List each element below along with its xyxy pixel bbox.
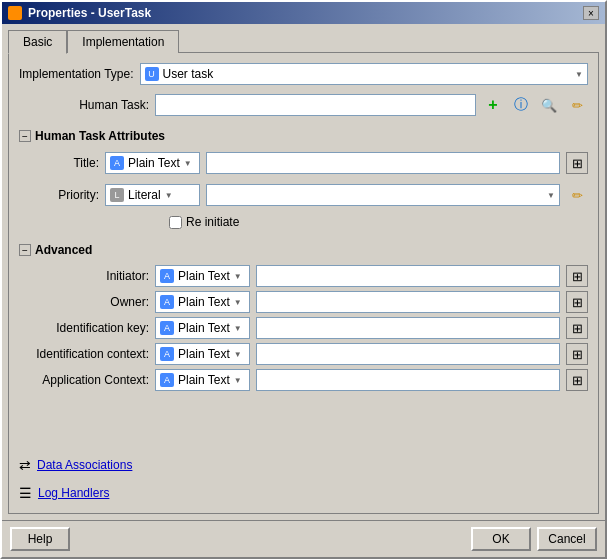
id-ctx-edit-btn[interactable]: ⊞	[566, 343, 588, 365]
title-type-select[interactable]: A Plain Text ▼	[105, 152, 200, 174]
id-ctx-type-select[interactable]: A Plain Text ▼	[155, 343, 250, 365]
identification-context-label: Identification context:	[19, 347, 149, 361]
id-ctx-grid-icon: ⊞	[572, 347, 583, 362]
initiator-type-icon: A	[160, 269, 174, 283]
id-key-type-icon: A	[160, 321, 174, 335]
owner-label: Owner:	[19, 295, 149, 309]
owner-grid-icon: ⊞	[572, 295, 583, 310]
impl-type-select[interactable]: U User task ▼	[140, 63, 588, 85]
title-type-icon: A	[110, 156, 124, 170]
initiator-type-value: Plain Text	[178, 269, 230, 283]
title-grid-icon: ⊞	[572, 156, 583, 171]
initiator-type-select[interactable]: A Plain Text ▼	[155, 265, 250, 287]
help-button[interactable]: Help	[10, 527, 70, 551]
app-ctx-type-icon: A	[160, 373, 174, 387]
owner-type-icon: A	[160, 295, 174, 309]
app-ctx-type-select[interactable]: A Plain Text ▼	[155, 369, 250, 391]
human-task-edit-btn[interactable]: ✏	[566, 94, 588, 116]
identification-context-row: Identification context: A Plain Text ▼ ⊞	[19, 343, 588, 365]
bottom-bar: Help OK Cancel	[2, 520, 605, 557]
id-key-edit-btn[interactable]: ⊞	[566, 317, 588, 339]
priority-label: Priority:	[29, 188, 99, 202]
human-task-info-btn[interactable]: ⓘ	[510, 94, 532, 116]
close-button[interactable]: ×	[583, 6, 599, 20]
id-ctx-type-icon: A	[160, 347, 174, 361]
impl-type-label: Implementation Type:	[19, 67, 134, 81]
identification-context-input[interactable]	[256, 343, 560, 365]
owner-type-value: Plain Text	[178, 295, 230, 309]
impl-type-row: Implementation Type: U User task ▼	[19, 63, 588, 85]
priority-value-arrow: ▼	[547, 191, 555, 200]
log-handlers-link[interactable]: Log Handlers	[38, 486, 109, 500]
app-ctx-grid-icon: ⊞	[572, 373, 583, 388]
log-handlers-link-icon: ☰	[19, 485, 32, 501]
identification-key-row: Identification key: A Plain Text ▼ ⊞	[19, 317, 588, 339]
collapse-human-task-btn[interactable]: −	[19, 130, 31, 142]
advanced-fields: Initiator: A Plain Text ▼ ⊞ Owner: A	[19, 265, 588, 391]
id-ctx-type-value: Plain Text	[178, 347, 230, 361]
application-context-label: Application Context:	[19, 373, 149, 387]
title-edit-btn[interactable]: ⊞	[566, 152, 588, 174]
tab-basic[interactable]: Basic	[8, 30, 67, 54]
reinitiate-checkbox[interactable]	[169, 216, 182, 229]
reinitiate-label: Re initiate	[186, 215, 239, 229]
tab-implementation[interactable]: Implementation	[67, 30, 179, 53]
title-label: Title:	[29, 156, 99, 170]
initiator-edit-btn[interactable]: ⊞	[566, 265, 588, 287]
id-key-type-value: Plain Text	[178, 321, 230, 335]
identification-key-input[interactable]	[256, 317, 560, 339]
human-task-search-btn[interactable]: 🔍	[538, 94, 560, 116]
content-area: Basic Implementation Implementation Type…	[2, 24, 605, 520]
application-context-input[interactable]	[256, 369, 560, 391]
title-dropdown-arrow: ▼	[184, 159, 192, 168]
priority-type-icon: L	[110, 188, 124, 202]
cancel-button[interactable]: Cancel	[537, 527, 597, 551]
owner-row: Owner: A Plain Text ▼ ⊞	[19, 291, 588, 313]
impl-type-value: User task	[163, 67, 214, 81]
data-associations-link-icon: ⇄	[19, 457, 31, 473]
advanced-title: Advanced	[35, 243, 92, 257]
human-task-row: Human Task: + ⓘ 🔍 ✏	[19, 93, 588, 117]
id-key-grid-icon: ⊞	[572, 321, 583, 336]
id-key-type-select[interactable]: A Plain Text ▼	[155, 317, 250, 339]
pencil-icon: ✏	[572, 98, 583, 113]
human-task-attrs-title: Human Task Attributes	[35, 129, 165, 143]
owner-edit-btn[interactable]: ⊞	[566, 291, 588, 313]
title-bar-content: Properties - UserTask	[8, 6, 151, 20]
owner-type-select[interactable]: A Plain Text ▼	[155, 291, 250, 313]
info-icon: ⓘ	[514, 96, 528, 114]
initiator-input[interactable]	[256, 265, 560, 287]
window-title: Properties - UserTask	[28, 6, 151, 20]
identification-key-label: Identification key:	[19, 321, 149, 335]
tab-bar: Basic Implementation	[8, 30, 599, 53]
title-row: Title: A Plain Text ▼ ⊞	[19, 151, 588, 175]
tab-content-basic: Implementation Type: U User task ▼ Human…	[8, 52, 599, 514]
collapse-advanced-btn[interactable]: −	[19, 244, 31, 256]
priority-pencil-icon: ✏	[572, 188, 583, 203]
initiator-label: Initiator:	[19, 269, 149, 283]
ok-button[interactable]: OK	[471, 527, 531, 551]
log-handlers-row: ☰ Log Handlers	[19, 483, 588, 503]
data-associations-link[interactable]: Data Associations	[37, 458, 132, 472]
task-icon: U	[145, 67, 159, 81]
priority-row: Priority: L Literal ▼ ▼ ✏	[19, 183, 588, 207]
title-input[interactable]	[206, 152, 560, 174]
human-task-add-btn[interactable]: +	[482, 94, 504, 116]
plus-icon: +	[488, 96, 497, 114]
title-bar: Properties - UserTask ×	[2, 2, 605, 24]
search-icon: 🔍	[541, 98, 557, 113]
impl-type-arrow: ▼	[575, 70, 583, 79]
human-task-input[interactable]	[155, 94, 476, 116]
human-task-label: Human Task:	[19, 98, 149, 112]
priority-type-value: Literal	[128, 188, 161, 202]
priority-type-select[interactable]: L Literal ▼	[105, 184, 200, 206]
initiator-grid-icon: ⊞	[572, 269, 583, 284]
priority-edit-btn[interactable]: ✏	[566, 184, 588, 206]
title-type-value: Plain Text	[128, 156, 180, 170]
owner-input[interactable]	[256, 291, 560, 313]
app-ctx-edit-btn[interactable]: ⊞	[566, 369, 588, 391]
priority-value-select[interactable]: ▼	[206, 184, 560, 206]
application-context-row: Application Context: A Plain Text ▼ ⊞	[19, 369, 588, 391]
priority-dropdown-arrow: ▼	[165, 191, 173, 200]
reinitiate-row: Re initiate	[169, 215, 588, 229]
